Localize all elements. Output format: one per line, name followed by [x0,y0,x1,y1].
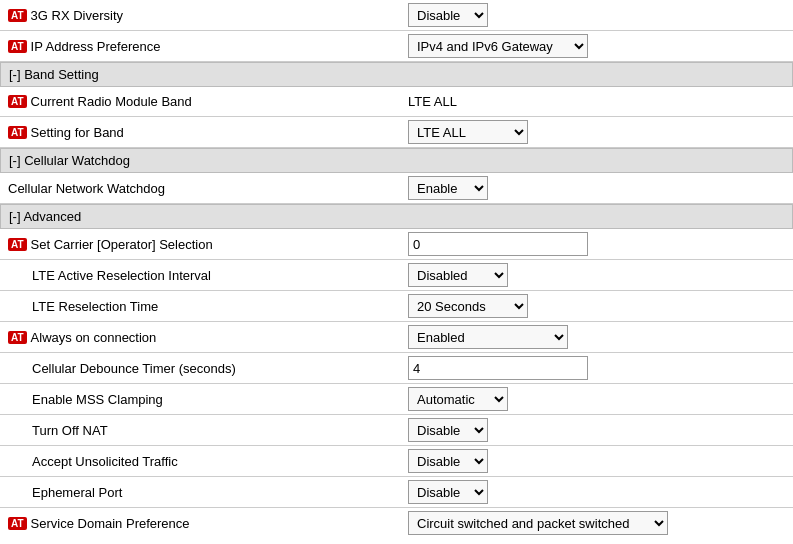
field-select[interactable]: Circuit switched and packet switchedCirc… [408,511,668,535]
field-label: Enable MSS Clamping [32,392,163,407]
field-label: Service Domain Preference [31,516,190,531]
table-row: LTE Reselection Time20 Seconds30 Seconds… [0,291,793,322]
field-select[interactable]: EnabledDisabled [408,325,568,349]
settings-page: AT3G RX DiversityDisableEnableATIP Addre… [0,0,793,544]
field-label: IP Address Preference [31,39,161,54]
at-badge: AT [8,9,27,22]
field-label: Cellular Network Watchdog [8,181,165,196]
field-label: Setting for Band [31,125,124,140]
table-row: ATSetting for BandLTE ALLLTE B1LTE B3LTE… [0,117,793,148]
at-badge: AT [8,238,27,251]
table-row: ATService Domain PreferenceCircuit switc… [0,508,793,538]
label-col: LTE Reselection Time [8,299,408,314]
value-col: DisableEnable [408,3,785,27]
value-col: LTE ALLLTE B1LTE B3LTE B7 [408,120,785,144]
label-col: Cellular Debounce Timer (seconds) [8,361,408,376]
table-row: ATIP Address PreferenceIPv4 and IPv6 Gat… [0,31,793,62]
at-badge: AT [8,40,27,53]
field-select[interactable]: DisableEnable [408,449,488,473]
value-col: DisableEnable [408,418,785,442]
section-header[interactable]: [-] Advanced [0,204,793,229]
at-badge: AT [8,95,27,108]
field-label: Always on connection [31,330,157,345]
field-label: Cellular Debounce Timer (seconds) [32,361,236,376]
label-col: Accept Unsolicited Traffic [8,454,408,469]
value-col: EnabledDisabled [408,325,785,349]
field-select[interactable]: AutomaticEnableDisable [408,387,508,411]
value-col: EnableDisable [408,176,785,200]
field-label: LTE Reselection Time [32,299,158,314]
value-col [408,232,785,256]
field-select[interactable]: DisableEnable [408,418,488,442]
field-select[interactable]: LTE ALLLTE B1LTE B3LTE B7 [408,120,528,144]
table-row: Ephemeral PortDisableEnable [0,477,793,508]
table-row: ATCurrent Radio Module BandLTE ALL [0,87,793,117]
field-input[interactable] [408,232,588,256]
value-col: 20 Seconds30 Seconds60 Seconds [408,294,785,318]
table-row: ATSet Carrier [Operator] Selection [0,229,793,260]
at-badge: AT [8,126,27,139]
label-col: AT3G RX Diversity [8,8,408,23]
field-label: Set Carrier [Operator] Selection [31,237,213,252]
label-col: ATCurrent Radio Module Band [8,94,408,109]
field-input[interactable] [408,356,588,380]
field-select[interactable]: EnableDisable [408,176,488,200]
label-col: ATIP Address Preference [8,39,408,54]
field-static-value: LTE ALL [408,94,457,109]
field-label: Accept Unsolicited Traffic [32,454,178,469]
field-select[interactable]: DisabledEnabled [408,263,508,287]
value-col: LTE ALL [408,94,785,109]
field-label: 3G RX Diversity [31,8,123,23]
label-col: Cellular Network Watchdog [8,181,408,196]
table-row: Cellular Network WatchdogEnableDisable [0,173,793,204]
field-select[interactable]: IPv4 and IPv6 GatewayIPv4 onlyIPv6 only [408,34,588,58]
at-badge: AT [8,331,27,344]
table-row: Turn Off NATDisableEnable [0,415,793,446]
field-label: Turn Off NAT [32,423,108,438]
table-row: Accept Unsolicited TrafficDisableEnable [0,446,793,477]
field-select[interactable]: 20 Seconds30 Seconds60 Seconds [408,294,528,318]
at-badge: AT [8,517,27,530]
value-col: DisableEnable [408,449,785,473]
section-header[interactable]: [-] Cellular Watchdog [0,148,793,173]
table-row: ATAlways on connectionEnabledDisabled [0,322,793,353]
table-row: LTE Active Reselection IntervalDisabledE… [0,260,793,291]
field-label: Ephemeral Port [32,485,122,500]
label-col: ATAlways on connection [8,330,408,345]
value-col: DisabledEnabled [408,263,785,287]
section-header[interactable]: [-] Band Setting [0,62,793,87]
label-col: Enable MSS Clamping [8,392,408,407]
label-col: Ephemeral Port [8,485,408,500]
label-col: Turn Off NAT [8,423,408,438]
field-label: Current Radio Module Band [31,94,192,109]
table-row: Enable MSS ClampingAutomaticEnableDisabl… [0,384,793,415]
field-label: LTE Active Reselection Interval [32,268,211,283]
label-col: ATSet Carrier [Operator] Selection [8,237,408,252]
table-row: AT3G RX DiversityDisableEnable [0,0,793,31]
label-col: ATSetting for Band [8,125,408,140]
value-col: Circuit switched and packet switchedCirc… [408,511,785,535]
value-col: IPv4 and IPv6 GatewayIPv4 onlyIPv6 only [408,34,785,58]
value-col: DisableEnable [408,480,785,504]
field-select[interactable]: DisableEnable [408,480,488,504]
label-col: LTE Active Reselection Interval [8,268,408,283]
field-select[interactable]: DisableEnable [408,3,488,27]
label-col: ATService Domain Preference [8,516,408,531]
value-col [408,356,785,380]
table-row: Cellular Debounce Timer (seconds) [0,353,793,384]
value-col: AutomaticEnableDisable [408,387,785,411]
